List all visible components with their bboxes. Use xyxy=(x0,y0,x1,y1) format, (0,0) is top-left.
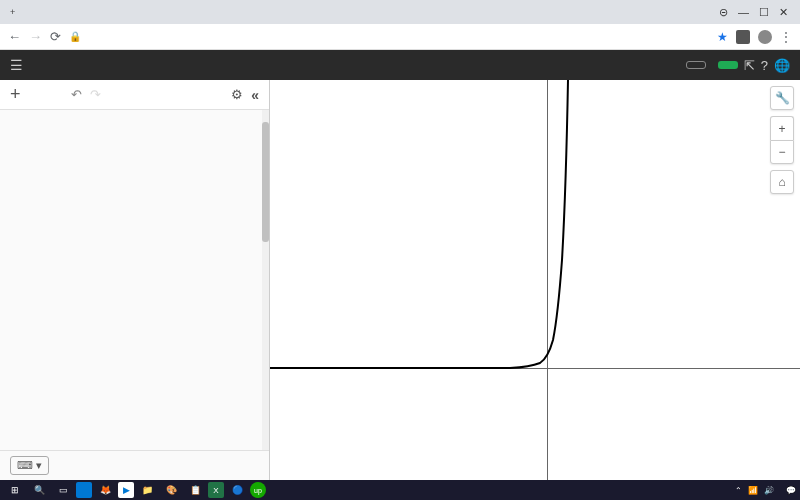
windows-taskbar: ⊞ 🔍 ▭ 🦊 ▶ 📁 🎨 📋 X 🔵 up ⌃ 📶 🔊 💬 xyxy=(0,480,800,500)
add-expression-button[interactable]: + xyxy=(10,84,21,105)
settings-gear-icon[interactable]: ⚙ xyxy=(231,87,243,102)
taskview-icon[interactable]: ▭ xyxy=(52,482,74,498)
profile-icon[interactable] xyxy=(758,30,772,44)
forward-button[interactable]: → xyxy=(29,29,42,44)
tb-app1-icon[interactable]: 🎨 xyxy=(160,482,182,498)
keyboard-button[interactable]: ⌨ ▾ xyxy=(10,456,49,475)
back-button[interactable]: ← xyxy=(8,29,21,44)
minimize-icon[interactable]: — xyxy=(738,6,749,19)
collapse-panel-icon[interactable]: « xyxy=(251,87,259,103)
tb-excel-icon[interactable]: X xyxy=(208,482,224,498)
tb-store-icon[interactable]: ▶ xyxy=(118,482,134,498)
language-icon[interactable]: 🌐 xyxy=(774,58,790,73)
signup-button[interactable] xyxy=(718,61,738,69)
reload-button[interactable]: ⟳ xyxy=(50,29,61,44)
tb-app2-icon[interactable]: 📋 xyxy=(184,482,206,498)
expression-list[interactable] xyxy=(0,110,269,450)
graph-canvas[interactable]: 🔧 + − ⌂ xyxy=(270,80,800,480)
url-box[interactable]: 🔒 xyxy=(69,31,709,42)
chrome-menu-icon[interactable]: ⊝ xyxy=(719,6,728,19)
tray-notifications-icon[interactable]: 💬 xyxy=(786,486,796,495)
app-header: ☰ ⇱ ? 🌐 xyxy=(0,50,800,80)
expression-toolbar: + ↶ ↷ ⚙ « xyxy=(0,80,269,110)
share-icon[interactable]: ⇱ xyxy=(744,58,755,73)
menu-icon[interactable]: ⋮ xyxy=(780,30,792,44)
tb-explorer-icon[interactable]: 📁 xyxy=(136,482,158,498)
new-tab-button[interactable]: + xyxy=(4,7,21,17)
login-button[interactable] xyxy=(686,61,706,69)
browser-tab-strip: + ⊝ — ☐ ✕ xyxy=(0,0,800,24)
expression-panel: + ↶ ↷ ⚙ « ⌨ ▾ xyxy=(0,80,270,480)
redo-button[interactable]: ↷ xyxy=(90,87,101,102)
close-icon[interactable]: ✕ xyxy=(779,6,788,19)
help-icon[interactable]: ? xyxy=(761,58,768,73)
tray-chevron-icon[interactable]: ⌃ xyxy=(735,486,742,495)
lock-icon: 🔒 xyxy=(69,31,81,42)
tb-edge-icon[interactable] xyxy=(76,482,92,498)
panel-footer: ⌨ ▾ xyxy=(0,450,269,480)
tb-firefox-icon[interactable]: 🦊 xyxy=(94,482,116,498)
function-curve xyxy=(270,80,800,480)
tray-volume-icon[interactable]: 🔊 xyxy=(764,486,774,495)
extension-icon[interactable] xyxy=(736,30,750,44)
graph-tools: 🔧 + − ⌂ xyxy=(770,86,794,194)
address-bar: ← → ⟳ 🔒 ★ ⋮ xyxy=(0,24,800,50)
tray-wifi-icon[interactable]: 📶 xyxy=(748,486,758,495)
hamburger-icon[interactable]: ☰ xyxy=(10,57,23,73)
start-button[interactable]: ⊞ xyxy=(4,482,26,498)
wrench-icon[interactable]: 🔧 xyxy=(770,86,794,110)
maximize-icon[interactable]: ☐ xyxy=(759,6,769,19)
zoom-in-button[interactable]: + xyxy=(770,116,794,140)
home-button[interactable]: ⌂ xyxy=(770,170,794,194)
zoom-out-button[interactable]: − xyxy=(770,140,794,164)
undo-button[interactable]: ↶ xyxy=(71,87,82,102)
tb-chrome-icon[interactable]: 🔵 xyxy=(226,482,248,498)
window-controls: ⊝ — ☐ ✕ xyxy=(711,6,796,19)
search-icon[interactable]: 🔍 xyxy=(28,482,50,498)
scrollbar-track[interactable] xyxy=(262,110,269,450)
bookmark-star-icon[interactable]: ★ xyxy=(717,30,728,44)
scrollbar-thumb[interactable] xyxy=(262,122,269,242)
tb-upwork-icon[interactable]: up xyxy=(250,482,266,498)
